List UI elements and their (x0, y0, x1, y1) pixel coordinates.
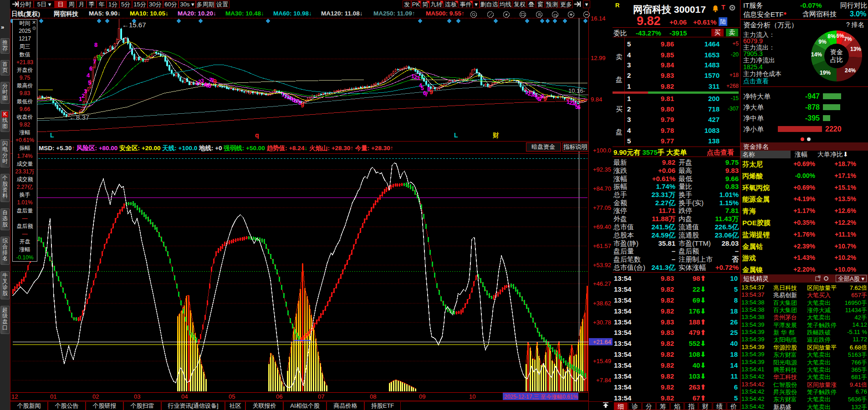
svg-text:4: 4 (87, 72, 90, 79)
svg-text:10.16-: 10.16- (568, 87, 585, 94)
svg-text:6: 6 (208, 83, 211, 89)
svg-text:+100.0: +100.0 (593, 147, 611, 154)
svg-text:+77.05: +77.05 (593, 204, 611, 211)
svg-text:5: 5 (88, 79, 91, 86)
svg-text:13%: 13% (850, 46, 861, 52)
svg-text:+84.70: +84.70 (593, 185, 611, 192)
svg-text:←8.37: ←8.37 (69, 113, 89, 121)
svg-text:L: L (50, 132, 54, 139)
svg-text:8%: 8% (827, 33, 836, 40)
svg-text:L: L (454, 132, 458, 139)
svg-text:+38.62: +38.62 (593, 300, 611, 307)
svg-text:12: 12 (11, 393, 18, 400)
svg-text:12.99: 12.99 (591, 55, 606, 61)
svg-text:01: 01 (50, 393, 56, 400)
svg-text:7%: 7% (844, 36, 852, 42)
svg-text:暗盘资金: 暗盘资金 (531, 143, 555, 150)
svg-text:+46.27: +46.27 (593, 280, 611, 287)
svg-text:6: 6 (577, 104, 581, 111)
svg-text:+69.40: +69.40 (593, 223, 611, 230)
svg-text:8: 8 (94, 41, 97, 48)
svg-text:14%: 14% (811, 51, 822, 58)
svg-text:9: 9 (543, 95, 547, 102)
svg-text:3: 3 (84, 88, 87, 95)
svg-text:6: 6 (89, 65, 92, 72)
svg-text:3: 3 (417, 75, 420, 81)
svg-text:16.14: 16.14 (591, 15, 606, 22)
svg-text:7: 7 (93, 58, 96, 65)
svg-text:9: 9 (97, 54, 101, 62)
svg-text:+61.57: +61.57 (593, 243, 611, 249)
svg-text:06: 06 (276, 393, 282, 400)
svg-text:←15.67: ←15.67 (122, 21, 146, 29)
svg-text:+15.49: +15.49 (593, 358, 611, 364)
svg-text:9: 9 (301, 101, 304, 109)
svg-text:02: 02 (92, 393, 99, 400)
svg-text:MSD: +5.30↑ 风险区: +80.00 安全区: +: MSD: +5.30↑ 风险区: +80.00 安全区: +20.00 天线: … (39, 145, 393, 152)
svg-text:10: 10 (469, 393, 475, 400)
svg-text:9.84: 9.84 (591, 96, 602, 103)
svg-text:指标说明: 指标说明 (563, 143, 587, 150)
svg-text:财: 财 (492, 132, 499, 139)
svg-text:9: 9 (213, 78, 217, 85)
svg-text:+21.64: +21.64 (593, 339, 611, 345)
svg-text:+92.35: +92.35 (593, 166, 611, 173)
svg-text:19%: 19% (820, 70, 831, 76)
svg-text:07: 07 (318, 393, 324, 400)
svg-text:+30.78: +30.78 (593, 319, 611, 326)
svg-text:+7.84: +7.84 (596, 377, 611, 384)
svg-text:08: 08 (370, 393, 376, 400)
svg-text:24%: 24% (845, 67, 856, 74)
svg-text:9: 9 (429, 88, 433, 96)
svg-text:09: 09 (419, 393, 425, 400)
svg-text:q: q (255, 132, 259, 139)
svg-text:+53.92: +53.92 (593, 262, 611, 268)
svg-text:7: 7 (425, 91, 428, 98)
svg-text:6%: 6% (836, 33, 844, 39)
svg-text:03: 03 (134, 393, 140, 400)
svg-text:9%: 9% (818, 39, 827, 45)
svg-text:05: 05 (229, 393, 235, 400)
svg-text:04: 04 (181, 393, 188, 400)
svg-text:2025-12-17,三 至今涨幅0.61%: 2025-12-17,三 至今涨幅0.61% (504, 394, 578, 400)
